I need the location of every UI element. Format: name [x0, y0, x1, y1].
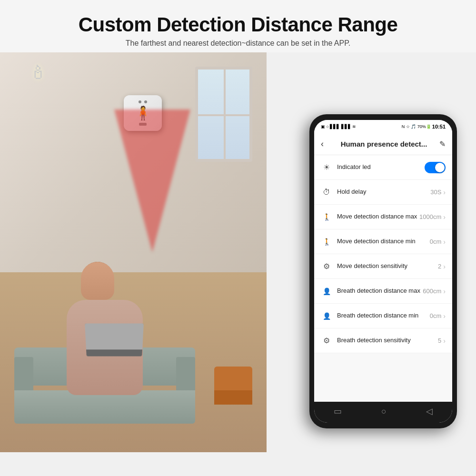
breath-dist-min-icon: 👤	[321, 310, 332, 322]
setting-item-move-dist-max[interactable]: 🚶 Move detection distance max 1000cm ›	[314, 205, 452, 229]
move-dist-max-icon: 🚶	[321, 211, 332, 223]
breath-sensitivity-label: Breath detection sensitivity	[337, 337, 438, 345]
move-dist-min-icon: 🚶	[321, 236, 332, 248]
phone-nav: ▭ ○ ◁	[314, 402, 452, 423]
scene-area: 🕯 🧍	[0, 52, 267, 452]
window-divider-v	[224, 69, 226, 159]
indicator-led-icon: ☀	[321, 162, 332, 173]
move-sensitivity-value: 2	[438, 263, 441, 270]
breath-dist-max-label: Breath detection distance max	[337, 287, 423, 295]
chandelier: 🕯	[29, 62, 48, 83]
window	[195, 67, 252, 162]
notification-icons: N ☆ 🎵 70%🔋	[402, 124, 431, 129]
phone: ▣ ○ ▋▋▋ ▋▋▋ ≋ N ☆ 🎵 70%🔋 10:51 ‹ Human p…	[309, 114, 457, 428]
app-title: Human presence detect...	[328, 140, 439, 148]
hold-delay-label: Hold delay	[337, 188, 430, 196]
signal-icons: ▣ ○ ▋▋▋ ▋▋▋ ≋	[321, 124, 356, 129]
edit-button[interactable]: ✎	[439, 139, 446, 149]
breath-dist-max-value: 600cm	[423, 288, 441, 295]
phone-container: ▣ ○ ▋▋▋ ▋▋▋ ≋ N ☆ 🎵 70%🔋 10:51 ‹ Human p…	[309, 114, 462, 438]
hold-delay-chevron: ›	[443, 188, 446, 196]
app-header: ‹ Human presence detect... ✎	[314, 133, 452, 155]
person-head	[81, 262, 114, 300]
breath-dist-min-label: Breath detection distance min	[337, 312, 430, 320]
setting-item-hold-delay[interactable]: ⏱ Hold delay 30S ›	[314, 180, 452, 205]
subtitle: The farthest and nearest detection~dista…	[10, 39, 466, 48]
status-icons-right: N ☆ 🎵 70%🔋 10:51	[402, 124, 446, 129]
laptop-screen	[85, 323, 144, 349]
laptop	[85, 323, 144, 356]
breath-sensitivity-icon: ⚙	[321, 335, 332, 347]
breath-dist-max-chevron: ›	[443, 288, 446, 295]
hold-delay-value: 30S	[430, 188, 441, 196]
laptop-base	[86, 349, 142, 356]
status-time: 10:51	[432, 124, 446, 129]
breath-dist-min-value: 0cm	[430, 312, 442, 319]
status-bar: ▣ ○ ▋▋▋ ▋▋▋ ≋ N ☆ 🎵 70%🔋 10:51	[314, 120, 452, 133]
device-dot-2	[144, 100, 147, 103]
detection-beam	[114, 109, 190, 252]
indicator-led-toggle[interactable]	[425, 162, 446, 173]
person-body	[67, 300, 143, 395]
breath-sensitivity-chevron: ›	[443, 337, 446, 345]
chair	[214, 367, 252, 414]
setting-item-breath-sensitivity[interactable]: ⚙ Breath detection sensitivity 5 ›	[314, 328, 452, 353]
move-sensitivity-chevron: ›	[443, 263, 446, 270]
breath-dist-max-icon: 👤	[321, 286, 332, 297]
scene-background: 🕯 🧍	[0, 52, 267, 452]
move-dist-min-chevron: ›	[443, 238, 446, 246]
settings-list: ☀ Indicator led ⏱ Hold delay 30S	[314, 155, 452, 409]
nav-button-circle[interactable]: ○	[381, 407, 387, 416]
nav-button-back[interactable]: ◁	[426, 406, 433, 416]
nav-button-square[interactable]: ▭	[334, 406, 342, 416]
device-dot-1	[139, 100, 141, 103]
setting-item-breath-dist-max[interactable]: 👤 Breath detection distance max 600cm ›	[314, 279, 452, 304]
app-content: ▣ ○ ▋▋▋ ▋▋▋ ≋ N ☆ 🎵 70%🔋 10:51 ‹ Human p…	[314, 120, 452, 409]
setting-item-move-sensitivity[interactable]: ⚙ Move detection sensitivity 2 ›	[314, 254, 452, 279]
status-icons-left: ▣ ○ ▋▋▋ ▋▋▋ ≋	[321, 124, 356, 129]
main-container: Custom Detection Distance Range The fart…	[0, 0, 476, 476]
move-sensitivity-label: Move detection sensitivity	[337, 262, 438, 270]
phone-screen: ▣ ○ ▋▋▋ ▋▋▋ ≋ N ☆ 🎵 70%🔋 10:51 ‹ Human p…	[314, 120, 452, 423]
setting-item-breath-dist-min[interactable]: 👤 Breath detection distance min 0cm ›	[314, 304, 452, 328]
setting-item-move-dist-min[interactable]: 🚶 Move detection distance min 0cm ›	[314, 229, 452, 254]
move-dist-min-value: 0cm	[430, 238, 442, 245]
hold-delay-icon: ⏱	[321, 187, 332, 198]
main-title: Custom Detection Distance Range	[10, 13, 466, 36]
move-dist-min-label: Move detection distance min	[337, 238, 430, 246]
move-dist-max-value: 1000cm	[419, 213, 441, 220]
breath-sensitivity-value: 5	[438, 337, 441, 344]
toggle-knob	[435, 163, 445, 172]
device-dots	[139, 100, 147, 103]
breath-dist-min-chevron: ›	[443, 312, 446, 320]
setting-item-indicator-led[interactable]: ☀ Indicator led	[314, 155, 452, 180]
move-dist-max-chevron: ›	[443, 213, 446, 221]
person	[57, 262, 152, 405]
chair-back	[214, 367, 252, 390]
header: Custom Detection Distance Range The fart…	[0, 0, 476, 52]
move-sensitivity-icon: ⚙	[321, 261, 332, 272]
move-dist-max-label: Move detection distance max	[337, 213, 419, 221]
indicator-led-label: Indicator led	[337, 163, 425, 171]
chair-seat	[214, 390, 252, 405]
content-area: 🕯 🧍	[0, 52, 476, 452]
back-button[interactable]: ‹	[321, 139, 324, 149]
